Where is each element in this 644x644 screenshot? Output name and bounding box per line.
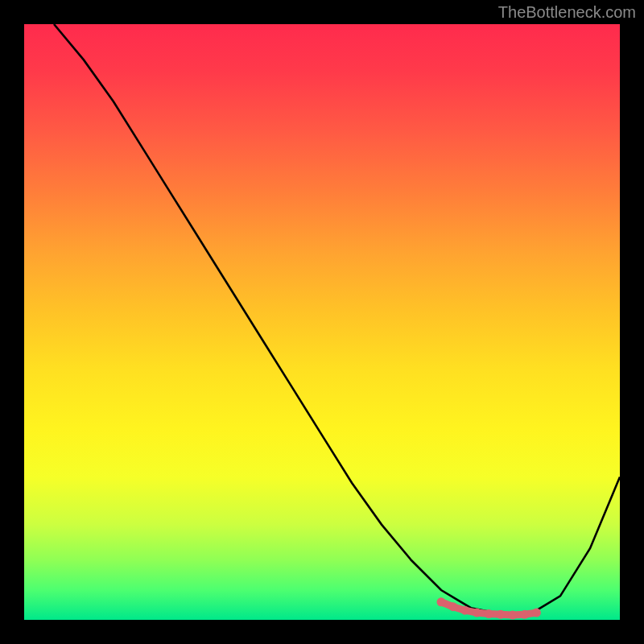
optimal-dot bbox=[508, 611, 517, 620]
optimal-dot bbox=[437, 597, 446, 606]
optimal-dot bbox=[485, 609, 493, 618]
bottleneck-curve-line bbox=[54, 24, 620, 615]
optimal-segment-dots bbox=[437, 597, 541, 619]
chart-svg bbox=[24, 24, 620, 620]
optimal-dot bbox=[448, 602, 457, 611]
watermark-text: TheBottleneck.com bbox=[498, 3, 636, 22]
optimal-dot bbox=[532, 609, 541, 617]
optimal-dot bbox=[520, 610, 529, 619]
optimal-dot bbox=[473, 609, 481, 617]
optimal-dot bbox=[497, 610, 506, 619]
optimal-dot bbox=[460, 606, 469, 615]
chart-plot-area bbox=[24, 24, 620, 620]
